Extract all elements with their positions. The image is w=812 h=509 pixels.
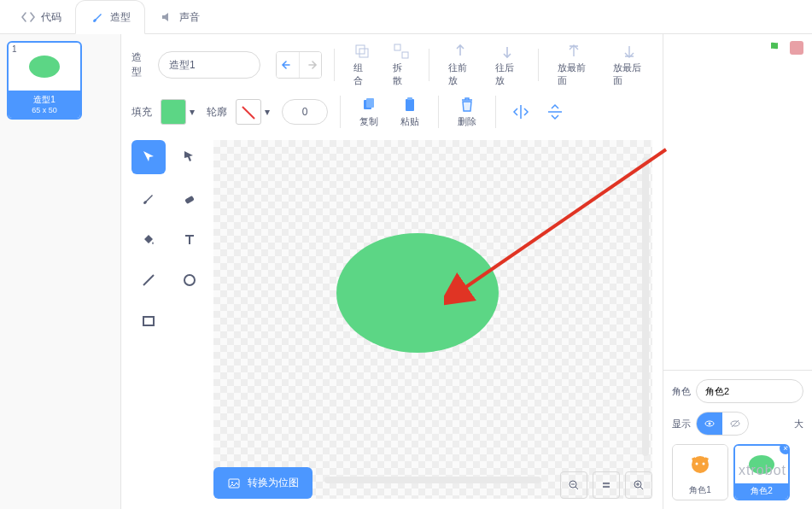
undo-button[interactable]	[277, 52, 299, 78]
stop-icon[interactable]	[790, 41, 803, 55]
tab-sounds-label: 声音	[179, 10, 200, 25]
forward-button[interactable]: 往前放	[441, 43, 480, 87]
svg-point-9	[184, 275, 195, 285]
brush-icon	[90, 9, 105, 25]
zoom-reset-button[interactable]	[593, 471, 620, 499]
svg-point-12	[231, 482, 233, 483]
front-button[interactable]: 放最前面	[551, 43, 597, 87]
svg-point-16	[709, 423, 711, 425]
costume-name-input[interactable]	[158, 51, 260, 79]
costume-name: 造型1	[9, 94, 80, 106]
sprite-card-1[interactable]: 角色1	[672, 444, 728, 500]
vertical-scrollbar[interactable]	[642, 157, 649, 456]
costume-editor: 造型 组合 拆散 往前放	[121, 34, 663, 509]
rect-tool[interactable]	[131, 304, 166, 338]
svg-rect-10	[143, 317, 154, 325]
select-tool[interactable]	[131, 140, 166, 174]
sprite-name-input[interactable]	[696, 379, 803, 403]
zoom-in-button[interactable]	[625, 471, 652, 499]
svg-rect-8	[184, 196, 195, 204]
delete-sprite-icon[interactable]: ×	[780, 444, 790, 454]
show-off-icon[interactable]	[722, 412, 748, 435]
fill-color-swatch[interactable]	[161, 99, 186, 125]
flip-horizontal-button[interactable]	[508, 99, 534, 125]
tab-code[interactable]: 代码	[7, 1, 75, 33]
text-tool[interactable]	[172, 222, 207, 256]
line-tool[interactable]	[131, 263, 166, 297]
sound-icon	[159, 9, 174, 25]
copy-button[interactable]: 复制	[353, 97, 385, 128]
svg-point-19	[696, 463, 698, 465]
stage-column: 角色 显示 大 角色1 ×	[663, 34, 812, 509]
tab-costumes[interactable]: 造型	[75, 0, 145, 34]
show-label: 显示	[672, 418, 691, 430]
redo-button[interactable]	[299, 52, 321, 78]
outline-dropdown[interactable]: ▾	[261, 99, 273, 125]
fill-tool[interactable]	[131, 222, 166, 256]
zoom-out-button[interactable]	[560, 471, 587, 499]
sprite-label: 角色	[672, 385, 691, 398]
tab-code-label: 代码	[41, 10, 61, 25]
group-button[interactable]: 组合	[347, 43, 377, 87]
costume-thumb[interactable]: 1 造型1 65 x 50	[7, 41, 82, 120]
svg-rect-2	[394, 44, 400, 50]
svg-rect-1	[359, 49, 368, 57]
size-label: 大	[794, 418, 803, 430]
tab-sounds[interactable]: 声音	[145, 1, 213, 33]
paste-button[interactable]: 粘贴	[394, 97, 426, 128]
image-icon	[227, 477, 241, 490]
costume-label: 造型	[131, 50, 149, 79]
brush-tool[interactable]	[131, 181, 166, 215]
sprite-1-label: 角色1	[673, 483, 727, 498]
stage-preview[interactable]	[663, 61, 812, 371]
show-on-icon[interactable]	[697, 412, 722, 435]
costume-index: 1	[12, 44, 17, 54]
costume-preview	[9, 43, 80, 91]
costume-dimensions: 65 x 50	[9, 106, 80, 114]
costume-list: 1 造型1 65 x 50	[0, 34, 121, 509]
watermark: xtrobot	[739, 463, 786, 478]
svg-rect-5	[366, 98, 374, 108]
convert-to-bitmap-button[interactable]: 转换为位图	[213, 467, 313, 499]
fill-label: 填充	[131, 105, 152, 120]
ungroup-button[interactable]: 拆散	[386, 43, 417, 87]
outline-width-input[interactable]	[282, 99, 328, 125]
backward-button[interactable]: 往后放	[488, 43, 527, 87]
visibility-toggle[interactable]	[696, 412, 749, 436]
sprite-2-label: 角色2	[735, 483, 788, 499]
outline-color-swatch[interactable]	[236, 99, 261, 125]
tool-palette	[131, 140, 207, 499]
back-button[interactable]: 放最后面	[606, 43, 652, 87]
svg-rect-6	[406, 99, 414, 111]
svg-point-20	[703, 463, 705, 465]
delete-button[interactable]: 删除	[451, 97, 483, 128]
sprite-thumb-cat	[673, 445, 727, 483]
svg-rect-0	[356, 45, 365, 54]
green-flag-icon[interactable]	[768, 40, 783, 56]
reshape-tool[interactable]	[172, 140, 207, 174]
flip-vertical-button[interactable]	[542, 99, 568, 125]
ellipse-shape[interactable]	[336, 233, 499, 353]
circle-tool[interactable]	[172, 263, 207, 297]
editor-tabs: 代码 造型 声音	[0, 0, 812, 34]
drawing-canvas[interactable]: 转换为位图	[213, 140, 652, 499]
svg-rect-7	[407, 97, 412, 100]
svg-rect-3	[402, 52, 408, 58]
fill-dropdown[interactable]: ▾	[186, 99, 198, 125]
code-icon	[20, 9, 36, 25]
tab-costumes-label: 造型	[110, 10, 131, 25]
eraser-tool[interactable]	[172, 181, 207, 215]
outline-label: 轮廓	[207, 105, 227, 120]
horizontal-scrollbar[interactable]	[324, 477, 541, 483]
